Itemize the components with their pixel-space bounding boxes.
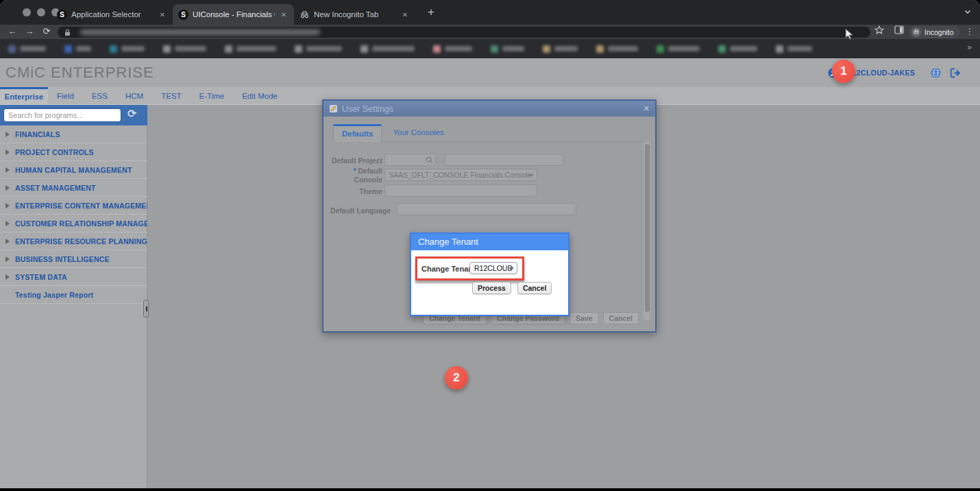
- sidebar-tree-item[interactable]: BUSINESS INTELLIGENCE: [0, 250, 147, 268]
- expand-arrow-icon[interactable]: [5, 274, 10, 280]
- bookmarks-overflow-icon[interactable]: »: [967, 43, 972, 52]
- default-project-name-input[interactable]: [445, 154, 563, 166]
- save-button[interactable]: Save: [569, 312, 599, 324]
- theme-input[interactable]: [384, 184, 537, 197]
- back-button[interactable]: ←: [5, 26, 19, 36]
- sidebar-tree-item[interactable]: ASSET MANAGEMENT: [0, 179, 147, 197]
- bookmark-item[interactable]: [718, 45, 757, 53]
- bookmark-item[interactable]: [433, 45, 472, 53]
- browser-tab-uiconsole[interactable]: S UIConsole - Financials Console ✕: [173, 4, 294, 25]
- tenant-select-value: R12CLOUD: [474, 264, 513, 272]
- tenant-select[interactable]: R12CLOUD: [469, 262, 517, 274]
- sidebar-item-label: BUSINESS INTELLIGENCE: [15, 255, 110, 263]
- bookmark-item[interactable]: [657, 45, 700, 53]
- nav-tab[interactable]: Field: [48, 87, 83, 104]
- refresh-icon[interactable]: ⟳: [127, 107, 136, 120]
- tab-search-chevron-icon[interactable]: [964, 8, 972, 16]
- sidebar-tree-item[interactable]: HUMAN CAPITAL MANAGEMENT: [0, 161, 147, 179]
- new-tab-button[interactable]: +: [428, 5, 434, 19]
- change-tenant-titlebar[interactable]: Change Tenant: [411, 234, 568, 250]
- globe-icon[interactable]: [931, 68, 941, 78]
- dialog-titlebar[interactable]: User Settings ✕: [323, 101, 655, 117]
- bookmark-star-icon[interactable]: [874, 25, 884, 35]
- forward-button[interactable]: →: [23, 26, 36, 36]
- expand-arrow-icon[interactable]: [5, 203, 10, 208]
- search-input[interactable]: [3, 108, 121, 122]
- bookmark-favicon: [8, 45, 16, 53]
- sidebar-item-label: CUSTOMER RELATIONSHIP MANAGEMENT: [15, 219, 147, 228]
- nav-tab[interactable]: E-Time: [191, 87, 234, 104]
- bookmark-favicon: [596, 45, 604, 53]
- tab-title: UIConsole - Financials Console: [193, 10, 275, 19]
- sidebar-tree-item[interactable]: FINANCIALS: [0, 125, 147, 143]
- lock-icon: [64, 29, 71, 36]
- close-window-button[interactable]: [23, 8, 31, 16]
- chevron-down-icon: [528, 174, 534, 177]
- tab-defaults[interactable]: Defaults: [333, 124, 382, 142]
- bookmark-item[interactable]: [64, 45, 91, 53]
- redacted-url: [80, 29, 320, 35]
- current-user-label[interactable]: R12CLOUD-JAKES: [847, 69, 915, 77]
- bookmark-item[interactable]: [8, 45, 46, 53]
- sidebar-item-label: PROJECT CONTROLS: [15, 148, 94, 156]
- sidebar-tree-item[interactable]: CUSTOMER RELATIONSHIP MANAGEMENT: [0, 215, 147, 232]
- bookmark-item[interactable]: [776, 45, 812, 53]
- expand-arrow-icon[interactable]: [5, 167, 10, 173]
- search-magnifier-icon[interactable]: [426, 156, 433, 164]
- mouse-cursor: [845, 28, 855, 40]
- expand-arrow-icon[interactable]: [5, 149, 10, 155]
- nav-tab[interactable]: Enterprise: [0, 87, 48, 104]
- cancel-button[interactable]: Cancel: [603, 312, 639, 324]
- bookmark-item[interactable]: [491, 45, 524, 53]
- sidebar-tree-item[interactable]: Testing Jasper Report: [0, 286, 147, 304]
- bookmark-label-blur: [445, 46, 472, 51]
- address-bar[interactable]: [58, 27, 870, 38]
- dialog-scrollbar[interactable]: [644, 142, 650, 320]
- browser-tab-new-incognito[interactable]: New Incognito Tab ✕: [294, 4, 415, 25]
- sidebar-splitter-handle[interactable]: [143, 300, 149, 318]
- bookmark-item[interactable]: [543, 45, 578, 53]
- sidebar-tree-item[interactable]: ENTERPRISE CONTENT MANAGEMENT: [0, 197, 147, 215]
- bookmark-item[interactable]: [295, 45, 342, 53]
- expand-arrow-icon[interactable]: [5, 132, 10, 137]
- expand-arrow-icon[interactable]: [5, 239, 10, 244]
- nav-tab[interactable]: Edit Mode: [233, 87, 286, 104]
- browser-tab-application-selector[interactable]: S Application Selector ✕: [51, 4, 173, 25]
- bookmark-item[interactable]: [596, 45, 638, 53]
- bookmark-label-blur: [554, 46, 578, 51]
- expand-arrow-icon[interactable]: [5, 256, 10, 262]
- tab-close-icon[interactable]: ✕: [400, 11, 410, 19]
- popup-cancel-button[interactable]: Cancel: [517, 282, 552, 294]
- sign-out-icon[interactable]: [950, 68, 961, 78]
- bookmark-favicon: [657, 45, 664, 53]
- tab-your-consoles[interactable]: Your Consoles: [382, 123, 454, 141]
- tab-close-icon[interactable]: ✕: [279, 11, 289, 19]
- nav-tab[interactable]: ESS: [83, 87, 117, 104]
- bookmark-item[interactable]: [225, 45, 276, 53]
- default-language-input[interactable]: [397, 203, 576, 215]
- nav-tab[interactable]: HCM: [117, 87, 152, 104]
- reload-button[interactable]: ⟳: [40, 26, 53, 36]
- dialog-close-icon[interactable]: ✕: [644, 104, 650, 113]
- sidebar-item-label: Testing Jasper Report: [15, 291, 93, 299]
- process-button[interactable]: Process: [472, 282, 511, 294]
- bookmark-label-blur: [20, 46, 46, 51]
- bookmark-item[interactable]: [360, 45, 415, 53]
- sidebar-tree-item[interactable]: PROJECT CONTROLS: [0, 143, 147, 161]
- sidebar-search-band: ⟳: [0, 105, 147, 125]
- sidebar-tree-item[interactable]: SYSTEM DATA: [0, 268, 147, 286]
- default-console-select[interactable]: SAAS_DFLT_CONSOLE Financials Console: [384, 169, 537, 181]
- bookmark-label-blur: [76, 46, 91, 51]
- expand-arrow-icon[interactable]: [5, 221, 10, 226]
- side-panel-icon[interactable]: [894, 25, 904, 34]
- bookmark-item[interactable]: [110, 45, 145, 53]
- expand-arrow-icon[interactable]: [5, 185, 10, 191]
- default-project-input[interactable]: [384, 154, 437, 166]
- default-language-label: Default Language: [323, 206, 391, 215]
- browser-menu-icon[interactable]: ⋮: [966, 27, 974, 36]
- nav-tab[interactable]: TEST: [152, 87, 190, 104]
- tab-close-icon[interactable]: ✕: [158, 11, 167, 19]
- bookmark-item[interactable]: [163, 45, 206, 53]
- minimize-window-button[interactable]: [37, 8, 45, 16]
- sidebar-tree-item[interactable]: ENTERPRISE RESOURCE PLANNING: [0, 232, 147, 250]
